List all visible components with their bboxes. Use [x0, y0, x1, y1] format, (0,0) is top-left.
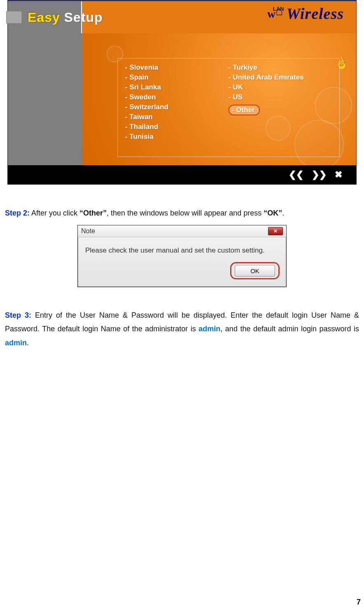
country-item-other[interactable]: - Other — [229, 105, 260, 115]
app-sidebar — [8, 33, 82, 165]
country-item[interactable]: - Taiwan — [125, 113, 229, 121]
dialog-close-button[interactable]: ✕ — [268, 227, 283, 235]
dialog-actions: OK — [78, 260, 286, 287]
step3-admin2: admin — [5, 339, 27, 347]
step2-other-bold: “Other” — [79, 209, 107, 217]
nav-prev-icon[interactable]: ❮❮ — [289, 169, 303, 180]
step3-t2: , and the default admin login password i… — [220, 325, 359, 333]
ok-button[interactable]: OK — [235, 265, 275, 276]
step3-label: Step 3: — [5, 311, 31, 319]
country-item[interactable]: - Sri Lanka — [125, 83, 229, 91]
step2-label: Step 2: — [5, 209, 30, 217]
brand-lan-label: LAN — [273, 6, 284, 12]
easy-setup-screenshot: Easy Setup w⌂ LAN Wireless ☝ - Slovenia-… — [7, 0, 357, 185]
dialog-titlebar: Note ✕ — [78, 225, 286, 237]
country-item[interactable]: - US — [229, 93, 332, 101]
country-item[interactable]: - Switzerland — [125, 103, 229, 111]
country-item[interactable]: - Tunisia — [125, 133, 229, 141]
nav-next-icon[interactable]: ❯❯ — [312, 169, 327, 180]
brand-wireless-label: Wireless — [286, 5, 344, 23]
country-item[interactable]: - UK — [229, 83, 332, 91]
app-header: Easy Setup w⌂ LAN Wireless — [8, 0, 356, 33]
nav-close-icon[interactable]: ✖ — [335, 169, 342, 180]
country-item[interactable]: - United Arab Emirates — [229, 73, 332, 82]
step2-text-b: , then the windows below will appear and… — [107, 209, 264, 217]
country-item[interactable]: - Turkiye — [229, 63, 332, 72]
step2-paragraph: Step 2: After you click “Other”, then th… — [5, 208, 359, 218]
country-item[interactable]: - Slovenia — [125, 63, 229, 72]
country-item[interactable]: - Thailand — [125, 123, 229, 131]
app-body: ☝ - Slovenia- Spain- Sri Lanka- Sweden- … — [8, 33, 356, 165]
step2-ok-bold: “OK” — [264, 209, 282, 217]
ok-highlight-outline: OK — [230, 262, 280, 279]
step3-t3: . — [27, 339, 29, 347]
app-title-setup: Setup — [64, 10, 103, 25]
app-nav-bar: ❮❮ ❯❯ ✖ — [8, 165, 356, 184]
country-list-panel: - Slovenia- Spain- Sri Lanka- Sweden- Sw… — [117, 58, 340, 157]
country-column-1: - Slovenia- Spain- Sri Lanka- Sweden- Sw… — [125, 62, 229, 153]
country-column-2: - Turkiye- United Arab Emirates- UK- US-… — [229, 62, 332, 153]
app-title-easy: Easy — [28, 10, 60, 25]
step3-admin1: admin — [198, 325, 220, 333]
country-item[interactable]: - Sweden — [125, 93, 229, 101]
tab-stub-icon — [6, 11, 22, 23]
dialog-message: Please check the user manual and set the… — [78, 237, 286, 260]
page-number: 7 — [357, 598, 361, 607]
wlan-logo-icon: w⌂ LAN — [267, 7, 283, 21]
brand-block: w⌂ LAN Wireless — [267, 5, 344, 23]
dialog-title-text: Note — [81, 227, 95, 235]
country-item[interactable]: - Spain — [125, 73, 229, 82]
step2-text-a: After you click — [30, 209, 79, 217]
step2-text-c: . — [282, 209, 284, 217]
note-dialog: Note ✕ Please check the user manual and … — [77, 225, 287, 287]
app-main: ☝ - Slovenia- Spain- Sri Lanka- Sweden- … — [82, 33, 356, 165]
step3-paragraph: Step 3: Entry of the User Name & Passwor… — [5, 309, 359, 350]
